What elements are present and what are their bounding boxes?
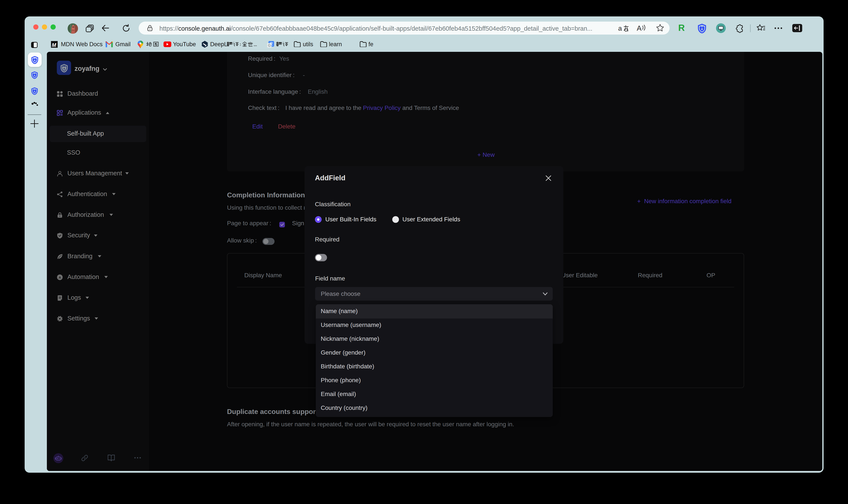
- svg-text:G: G: [268, 43, 271, 47]
- svg-text:A: A: [58, 275, 61, 279]
